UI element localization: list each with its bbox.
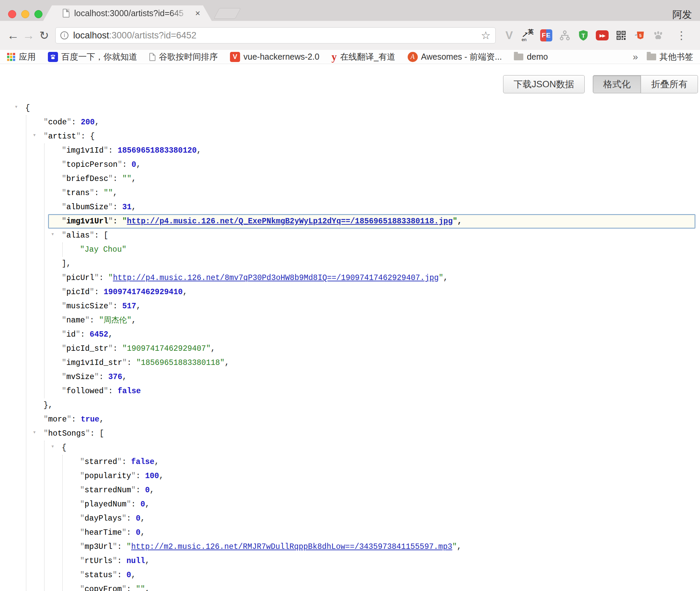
vue-icon: V bbox=[230, 52, 240, 62]
bookmark-baidu[interactable]: 百度一下，你就知道 bbox=[48, 51, 137, 62]
extensions-row: V 英 en ⇀ FE T ▶▶ 5 ⋮ bbox=[503, 29, 687, 42]
json-punctuation: , bbox=[197, 146, 201, 155]
bookmark-star-icon[interactable]: ☆ bbox=[481, 29, 491, 42]
json-quote: " bbox=[122, 514, 126, 523]
json-quote: " bbox=[80, 571, 85, 580]
bookmark-apps[interactable]: 应用 bbox=[7, 51, 36, 62]
json-url-link[interactable]: http://p4.music.126.net/Q_ExePNkmgB2yWyL… bbox=[127, 217, 453, 226]
collapse-toggle-icon[interactable]: ▾ bbox=[33, 426, 36, 440]
json-punctuation: : bbox=[122, 160, 132, 169]
qr-code-icon[interactable] bbox=[615, 29, 627, 41]
json-punctuation: : bbox=[126, 514, 136, 523]
json-key: trans bbox=[66, 189, 90, 197]
new-tab-button[interactable] bbox=[213, 8, 241, 19]
json-line: "picId_str": "19097417462929407", bbox=[0, 342, 700, 356]
json-punctuation: { bbox=[25, 104, 30, 113]
json-quote: " bbox=[62, 387, 66, 396]
svg-text:T: T bbox=[582, 33, 585, 39]
tab-title: localhost:3000/artists?id=645 bbox=[74, 8, 192, 18]
bookmarks-overflow-icon[interactable]: » bbox=[633, 52, 638, 62]
browser-tab[interactable]: localhost:3000/artists?id=645 × bbox=[43, 5, 212, 21]
bookmark-vue-hackernews[interactable]: V vue-hackernews-2.0 bbox=[230, 52, 319, 62]
bookmark-youdao[interactable]: y 在线翻译_有道 bbox=[331, 51, 395, 63]
paw-icon[interactable] bbox=[652, 29, 664, 41]
json-punctuation: , bbox=[95, 118, 99, 127]
json-string: "" bbox=[122, 175, 132, 183]
tab-strip: localhost:3000/artists?id=645 × 阿发 bbox=[0, 0, 700, 21]
json-key: playedNum bbox=[85, 500, 126, 509]
json-line: "trans": "", bbox=[0, 186, 700, 200]
json-number: 0 bbox=[126, 571, 131, 580]
json-quote: " bbox=[62, 373, 66, 381]
json-quote: " bbox=[76, 132, 81, 141]
collapse-toggle-icon[interactable]: ▾ bbox=[33, 128, 36, 143]
json-punctuation: : bbox=[108, 387, 118, 396]
json-punctuation: , bbox=[154, 458, 159, 466]
json-key: albumSize bbox=[66, 203, 108, 212]
fe-extension-icon[interactable]: FE bbox=[540, 29, 552, 41]
json-line: "picId": 19097417462929410, bbox=[0, 285, 700, 299]
json-punctuation: : bbox=[131, 500, 141, 509]
url-text[interactable]: localhost:3000/artists?id=6452 bbox=[73, 30, 481, 41]
json-punctuation: : bbox=[80, 330, 90, 339]
json-quote: " bbox=[76, 330, 80, 339]
json-punctuation: , bbox=[145, 557, 150, 565]
json-quote: " bbox=[439, 274, 443, 282]
close-window-button[interactable] bbox=[8, 10, 16, 18]
back-icon[interactable]: ← bbox=[5, 28, 21, 42]
browser-toolbar: ← → ↻ i localhost:3000/artists?id=6452 ☆… bbox=[0, 21, 700, 50]
svg-text:5: 5 bbox=[639, 33, 642, 38]
minimize-window-button[interactable] bbox=[21, 10, 29, 18]
json-punctuation: : bbox=[117, 571, 126, 580]
page-icon bbox=[63, 9, 69, 18]
json-key: img1v1Url bbox=[66, 217, 108, 226]
json-quote: " bbox=[80, 500, 85, 509]
json-url-link[interactable]: http://p4.music.126.net/8mv7qP30Pd3oHW8b… bbox=[113, 274, 439, 282]
json-punctuation: [ bbox=[104, 231, 108, 240]
address-bar[interactable]: i localhost:3000/artists?id=6452 ☆ bbox=[55, 27, 496, 43]
reload-icon[interactable]: ↻ bbox=[36, 29, 52, 42]
json-number: 18569651883380120 bbox=[118, 146, 197, 155]
other-bookmarks-folder[interactable]: 其他书签 bbox=[647, 51, 693, 62]
json-quote: " bbox=[62, 175, 66, 183]
html5-icon[interactable]: 5 bbox=[634, 29, 646, 41]
video-speed-icon[interactable]: ▶▶ bbox=[596, 30, 609, 40]
sitemap-icon[interactable] bbox=[559, 29, 571, 41]
forward-icon[interactable]: → bbox=[21, 28, 36, 42]
tab-close-icon[interactable]: × bbox=[195, 9, 200, 18]
json-line: }, bbox=[0, 398, 700, 412]
json-string: "周杰伦" bbox=[99, 316, 132, 325]
json-punctuation: , bbox=[159, 472, 164, 480]
chrome-menu-icon[interactable]: ⋮ bbox=[676, 29, 687, 42]
json-quote: " bbox=[80, 528, 85, 537]
bookmark-awesomes[interactable]: A Awesomes - 前端资... bbox=[408, 51, 502, 62]
json-string: "19097417462929407" bbox=[122, 344, 210, 353]
collapse-toggle-icon[interactable]: ▾ bbox=[14, 100, 18, 114]
json-quote: " bbox=[62, 231, 66, 240]
json-quote: " bbox=[43, 132, 48, 141]
tampermonkey-icon[interactable]: T bbox=[577, 29, 589, 41]
collapse-toggle-icon[interactable]: ▾ bbox=[51, 440, 54, 454]
json-url-link[interactable]: http://m2.music.126.net/RMJR7wDullRqppBk… bbox=[131, 542, 452, 551]
json-line: ▾"alias": [ bbox=[0, 228, 700, 243]
json-quote: " bbox=[126, 500, 131, 509]
bookmark-google-sort[interactable]: 谷歌按时间排序 bbox=[149, 51, 218, 62]
json-key: hotSongs bbox=[48, 429, 85, 438]
json-line: ▾"artist": { bbox=[0, 129, 700, 144]
json-quote: " bbox=[122, 359, 127, 367]
profile-name[interactable]: 阿发 bbox=[672, 8, 692, 22]
site-info-icon[interactable]: i bbox=[60, 31, 68, 39]
bookmark-demo-folder[interactable]: demo bbox=[514, 52, 548, 62]
json-line: "starred": false, bbox=[0, 455, 700, 469]
json-line: ▾{ bbox=[0, 101, 700, 115]
vue-devtools-icon[interactable]: V bbox=[503, 29, 515, 41]
zoom-window-button[interactable] bbox=[34, 10, 42, 18]
json-quote: " bbox=[108, 203, 113, 212]
json-punctuation: , bbox=[131, 571, 136, 580]
json-quote: " bbox=[62, 288, 66, 297]
json-punctuation: : bbox=[94, 189, 104, 197]
json-line: ▾"hotSongs": [ bbox=[0, 427, 700, 441]
translate-icon[interactable]: 英 en ⇀ bbox=[522, 29, 534, 41]
json-punctuation: , bbox=[140, 528, 145, 537]
collapse-toggle-icon[interactable]: ▾ bbox=[51, 227, 54, 242]
